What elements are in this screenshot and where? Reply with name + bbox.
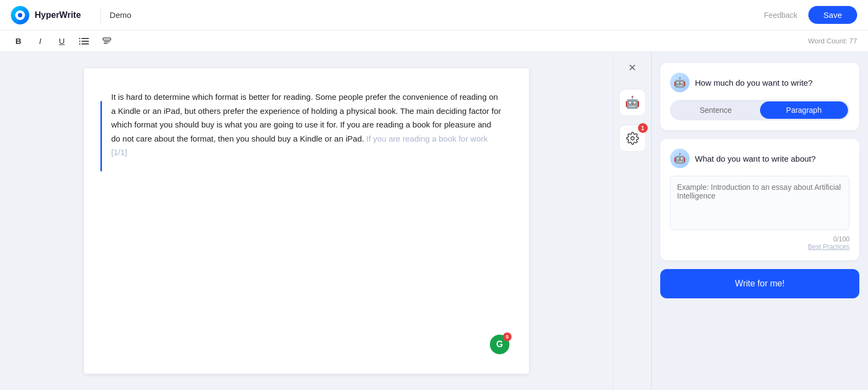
main-content: It is hard to determine which format is … — [0, 52, 868, 390]
editor-wrapper[interactable]: It is hard to determine which format is … — [0, 52, 613, 390]
logo-icon-inner — [15, 10, 25, 20]
feedback-link[interactable]: Feedback — [764, 11, 797, 20]
what-about-header: 🤖 What do you want to write about? — [670, 149, 850, 168]
cursor-bar — [100, 101, 102, 171]
robot-avatar-2: 🤖 — [670, 149, 690, 168]
svg-rect-0 — [81, 38, 89, 39]
logo-icon — [11, 6, 29, 24]
bold-button[interactable]: B — [11, 34, 26, 49]
sidebar-icons: ✕ 🤖 1 — [613, 52, 651, 390]
save-button[interactable]: Save — [808, 6, 857, 24]
list-icon — [79, 37, 89, 45]
write-for-me-button[interactable]: Write for me! — [660, 269, 859, 298]
editor-page: It is hard to determine which format is … — [84, 68, 529, 374]
settings-icon-button[interactable]: 1 — [619, 125, 646, 152]
robot-icon: 🤖 — [625, 95, 640, 110]
word-count: Word Count: 77 — [808, 37, 857, 45]
right-panel: 🤖 How much do you want to write? Sentenc… — [651, 52, 868, 390]
how-much-card: 🤖 How much do you want to write? Sentenc… — [660, 63, 859, 130]
svg-rect-2 — [81, 43, 89, 44]
underline-button[interactable]: U — [54, 34, 69, 49]
doc-title: Demo — [110, 10, 131, 20]
toolbar: B I U Word Count: 77 — [0, 30, 868, 52]
italic-button[interactable]: I — [33, 34, 48, 49]
settings-icon — [626, 132, 639, 145]
robot-icon-button[interactable]: 🤖 — [619, 89, 646, 116]
how-much-question: How much do you want to write? — [695, 78, 813, 87]
logo-icon-dot — [18, 13, 22, 17]
app-name: HyperWrite — [35, 10, 81, 20]
editor-text[interactable]: It is hard to determine which format is … — [111, 90, 502, 159]
robot-avatar-1: 🤖 — [670, 73, 690, 92]
settings-badge: 1 — [638, 123, 648, 133]
grammarly-button[interactable]: G 5 — [490, 335, 509, 354]
svg-point-3 — [79, 37, 80, 39]
paragraph-toggle[interactable]: Paragraph — [760, 101, 848, 119]
write-about-textarea[interactable] — [670, 176, 850, 230]
grammarly-badge: 5 — [503, 333, 512, 341]
char-count: 0/100 — [670, 235, 850, 243]
toggle-group: Sentence Paragraph — [670, 100, 850, 120]
format-button[interactable] — [99, 34, 115, 49]
svg-rect-1 — [81, 41, 89, 42]
logo-area: HyperWrite — [11, 6, 81, 24]
nav-divider — [100, 8, 101, 23]
grammarly-letter: G — [496, 340, 503, 349]
svg-point-5 — [79, 43, 80, 44]
format-icon — [102, 37, 112, 46]
list-button[interactable] — [76, 34, 92, 49]
best-practices-link[interactable]: Best Practices — [670, 243, 850, 251]
sentence-toggle[interactable]: Sentence — [672, 101, 760, 119]
close-button[interactable]: ✕ — [624, 57, 641, 78]
close-icon: ✕ — [628, 62, 636, 73]
what-about-card: 🤖 What do you want to write about? 0/100… — [660, 139, 859, 260]
top-nav: HyperWrite Demo Feedback Save — [0, 0, 868, 30]
what-about-question: What do you want to write about? — [695, 154, 816, 163]
how-much-header: 🤖 How much do you want to write? — [670, 73, 850, 92]
svg-point-4 — [79, 40, 80, 41]
